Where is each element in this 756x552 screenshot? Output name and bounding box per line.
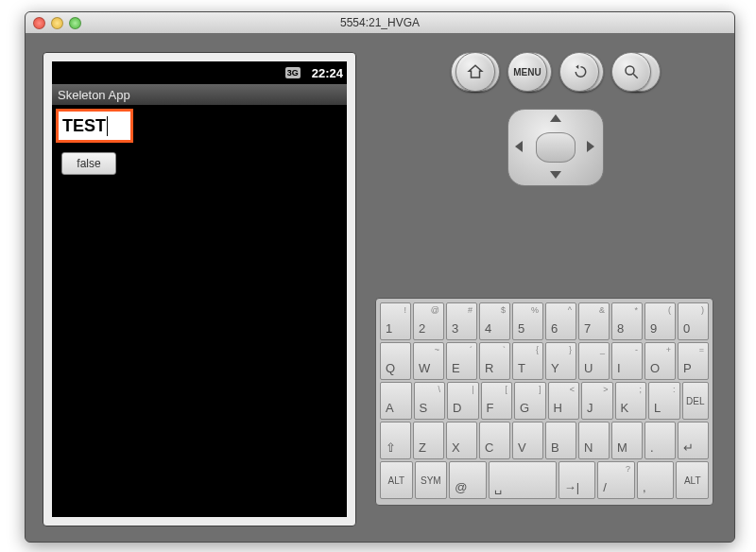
false-button[interactable]: false <box>61 152 116 175</box>
dpad-up[interactable] <box>550 114 561 122</box>
key-n[interactable]: N <box>578 422 610 459</box>
window-close-button[interactable] <box>33 17 45 29</box>
key-label: T <box>518 361 525 375</box>
key-h[interactable]: H< <box>548 382 580 420</box>
key-superscript: = <box>699 345 704 354</box>
key-label: B <box>551 440 559 455</box>
search-icon <box>623 63 640 80</box>
key-b[interactable]: B <box>545 422 576 459</box>
key-k[interactable]: K; <box>615 382 647 420</box>
dpad-right[interactable] <box>587 141 594 152</box>
key-superscript: @ <box>431 305 439 315</box>
key-w[interactable]: W~ <box>413 342 444 380</box>
key-label: . <box>650 440 654 455</box>
key-label: 0 <box>683 321 690 336</box>
key-l[interactable]: L: <box>648 382 680 420</box>
key-q[interactable]: Q <box>380 342 411 380</box>
key-,[interactable]: , <box>637 461 675 499</box>
key-label: 3 <box>452 321 458 336</box>
key-superscript: } <box>569 345 572 354</box>
key-superscript: : <box>673 385 676 394</box>
key-superscript: # <box>468 305 472 315</box>
key-g[interactable]: G] <box>514 382 546 420</box>
back-button[interactable] <box>559 52 599 92</box>
key-p[interactable]: P= <box>678 342 709 380</box>
key-label: U <box>584 361 593 375</box>
text-input[interactable]: TEST <box>62 116 108 136</box>
key-4[interactable]: 4$ <box>479 302 510 340</box>
key-del[interactable]: DEL <box>682 382 710 420</box>
key-8[interactable]: 8* <box>611 302 643 340</box>
status-bar: 3G 22:24 <box>52 61 347 84</box>
key-3[interactable]: 3# <box>446 302 477 340</box>
key-y[interactable]: Y} <box>545 342 576 380</box>
key-6[interactable]: 6^ <box>545 302 576 340</box>
key-superscript: _ <box>600 345 605 354</box>
key-a[interactable]: A <box>380 382 412 420</box>
search-button[interactable] <box>611 52 651 92</box>
key-z[interactable]: Z <box>413 422 444 459</box>
key-m[interactable]: M <box>611 422 643 459</box>
key-sym[interactable]: SYM <box>415 461 448 499</box>
key-label: Q <box>386 361 395 375</box>
key-u[interactable]: U_ <box>578 342 610 380</box>
key-⇧[interactable]: ⇧ <box>380 422 411 459</box>
key-label: X <box>452 440 460 455</box>
key-→|[interactable]: →| <box>558 461 596 499</box>
key-label: / <box>603 480 607 494</box>
key-alt[interactable]: ALT <box>380 461 413 499</box>
home-button[interactable] <box>455 52 495 92</box>
svg-point-13 <box>626 66 634 75</box>
key-superscript: ` <box>503 345 506 354</box>
key-␣[interactable]: ␣ <box>489 461 557 499</box>
menu-button[interactable]: MENU <box>507 52 547 92</box>
key-label: O <box>650 361 660 375</box>
key-o[interactable]: O+ <box>644 342 676 380</box>
key-label: ␣ <box>494 480 502 494</box>
key-label: 1 <box>386 321 392 336</box>
key-/[interactable]: /? <box>597 461 635 499</box>
emulator-window: 5554:21_HVGA 3G 22:24 Skeleton App <box>25 11 735 543</box>
key-9[interactable]: 9( <box>644 302 676 340</box>
key-superscript: ( <box>668 305 671 315</box>
key-label: Z <box>419 440 426 455</box>
status-time: 22:24 <box>312 66 343 80</box>
key-5[interactable]: 5% <box>512 302 543 340</box>
key-d[interactable]: D| <box>447 382 479 420</box>
key-2[interactable]: 2@ <box>413 302 444 340</box>
key-j[interactable]: J> <box>581 382 613 420</box>
key-7[interactable]: 7& <box>578 302 610 340</box>
key-x[interactable]: X <box>446 422 477 459</box>
key-1[interactable]: 1! <box>380 302 411 340</box>
key-c[interactable]: C <box>479 422 510 459</box>
dpad-left[interactable] <box>515 141 523 152</box>
key-alt[interactable]: ALT <box>676 461 709 499</box>
key-label: I <box>617 361 621 375</box>
key-.[interactable]: . <box>644 422 676 459</box>
key-s[interactable]: S\ <box>414 382 446 420</box>
window-minimize-button[interactable] <box>51 17 63 29</box>
key-f[interactable]: F[ <box>481 382 513 420</box>
key-i[interactable]: I- <box>611 342 643 380</box>
key-↵[interactable]: ↵ <box>678 422 709 459</box>
key-@[interactable]: @ <box>449 461 487 499</box>
key-t[interactable]: T{ <box>512 342 543 380</box>
key-label: F <box>487 401 494 415</box>
key-r[interactable]: R` <box>479 342 510 380</box>
key-label: E <box>452 361 460 375</box>
key-v[interactable]: V <box>512 422 543 459</box>
key-label: K <box>621 401 629 415</box>
key-e[interactable]: E´ <box>446 342 477 380</box>
home-icon <box>467 63 484 80</box>
window-title: 5554:21_HVGA <box>26 16 734 29</box>
key-superscript: % <box>531 305 539 315</box>
key-label: , <box>643 480 646 494</box>
dpad-down[interactable] <box>550 171 561 179</box>
key-label: 6 <box>551 321 558 336</box>
key-label: M <box>617 440 627 455</box>
dpad-center[interactable] <box>536 132 576 163</box>
key-0[interactable]: 0) <box>678 302 709 340</box>
window-zoom-button[interactable] <box>69 17 81 29</box>
window-titlebar: 5554:21_HVGA <box>26 12 734 34</box>
phone-frame: 3G 22:24 Skeleton App TEST <box>43 52 356 526</box>
